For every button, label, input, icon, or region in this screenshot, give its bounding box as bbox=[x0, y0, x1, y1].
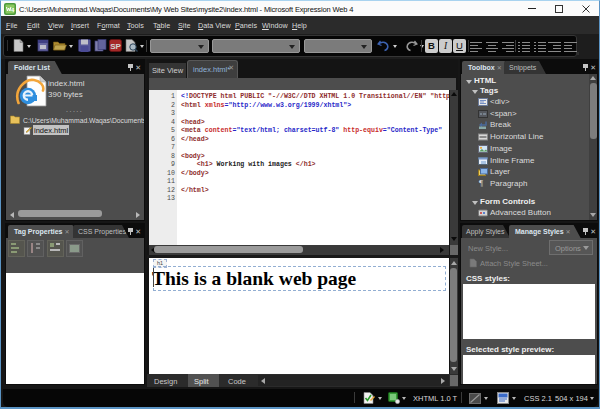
svg-text:SP: SP bbox=[110, 42, 121, 51]
